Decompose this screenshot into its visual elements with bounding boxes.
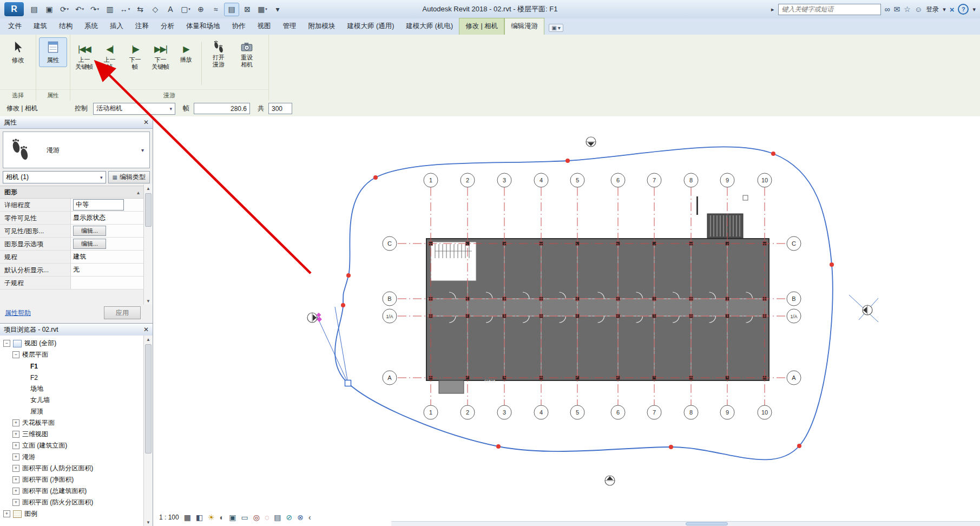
scale-button[interactable]: 1 : 100 [159,514,179,521]
exchange-apps-icon[interactable]: × [950,5,955,14]
show-crop-region-icon[interactable]: ▭ [241,513,248,522]
scroll-down-icon[interactable]: ▼ [146,518,150,526]
tab-view[interactable]: 视图 [252,18,277,35]
sun-path-icon[interactable]: ☀ [208,513,215,522]
reset-camera-button[interactable]: 重设 相机 [233,37,261,68]
sign-in-dropdown-icon[interactable]: ▾ [943,6,946,13]
panel-display-toggle-button[interactable]: ▣ ▾ [549,24,563,32]
close-icon[interactable]: ✕ [143,326,149,333]
scroll-thumb[interactable] [686,522,728,525]
text-icon[interactable]: A [163,3,177,16]
close-hidden-windows-icon[interactable]: ⊠ [240,3,254,16]
tree-item[interactable]: 场地 [0,383,144,394]
constraints-icon[interactable]: ⊗ [297,513,304,522]
property-row[interactable]: 可见性/图形...编辑... [0,225,144,238]
property-row[interactable]: 详细程度中等 [0,199,144,212]
properties-scrollbar[interactable]: ▲ ▼ [143,185,153,305]
keyframe-dot[interactable] [830,262,834,267]
aligned-dimension-icon[interactable]: ⇆ [133,3,147,16]
tree-expander-icon[interactable]: − [12,351,19,358]
keyframe-dot[interactable] [565,159,570,163]
tree-expander-icon[interactable]: − [3,340,10,347]
measure-icon[interactable]: ↔▾ [118,3,132,16]
previous-frame-button[interactable]: ◀|上一帧 [97,37,122,70]
next-frame-button[interactable]: |▶下一帧 [122,37,148,70]
tab-modeler-general[interactable]: 建模大师 (通用) [341,18,400,35]
tree-item[interactable]: +面积平面 (人防分区面积) [0,463,144,474]
tree-item[interactable]: −视图 (全部) [0,338,144,349]
tree-item[interactable]: +三维视图 [0,429,144,440]
property-row[interactable]: 零件可见性显示原状态 [0,212,144,225]
open-walkthrough-button[interactable]: 打开 漫游 [205,37,233,68]
print-icon[interactable]: ▥ [103,3,117,16]
browser-scrollbar[interactable]: ▲ ▼ [143,336,153,526]
tree-item[interactable]: +图例 [0,508,144,520]
tab-analyze[interactable]: 分析 [155,18,180,35]
analytical-model-icon[interactable]: ⊘ [286,513,292,522]
tree-item[interactable]: F2 [0,372,144,383]
scroll-thumb[interactable] [145,344,152,453]
horizontal-scrollbar[interactable] [391,521,980,526]
viewbar-chevron-icon[interactable]: ‹ [308,513,311,522]
apply-button[interactable]: 应用 [104,306,141,319]
search-collapse-icon[interactable]: ▸ [771,6,774,13]
type-selector[interactable]: 漫游 ▾ [3,132,150,168]
tab-systems[interactable]: 系统 [78,18,104,35]
tree-item[interactable]: 女儿墙 [0,394,144,406]
tree-expander-icon[interactable]: + [12,465,19,472]
walkthrough-view-icon[interactable]: ▤ [224,3,239,16]
tab-modeler-mep[interactable]: 建模大师 (机电) [400,18,459,35]
play-button[interactable]: ▶播放 [173,37,199,70]
sync-icon[interactable]: ⟳▾ [57,3,71,16]
tree-item[interactable]: −楼层平面 [0,349,144,360]
save-icon[interactable]: ▣ [42,3,56,16]
tree-item[interactable]: +面积平面 (总建筑面积) [0,485,144,497]
communication-center-icon[interactable]: ✉ [894,5,900,14]
selected-keyframe[interactable] [345,380,351,386]
tree-expander-icon[interactable]: + [12,476,19,483]
total-frames-input[interactable]: 300 [268,103,292,114]
keyframe-dot[interactable] [341,303,345,307]
elevation-marker[interactable] [849,295,878,322]
detail-level-icon[interactable]: ▦ [184,513,191,522]
tab-insert[interactable]: 插入 [104,18,129,35]
scroll-down-icon[interactable]: ▼ [146,297,150,305]
tab-architecture[interactable]: 建筑 [28,18,53,35]
redo-icon[interactable]: ↷▾ [88,3,102,16]
tree-item[interactable]: +天花板平面 [0,417,144,429]
tree-item[interactable]: +漫游 [0,451,144,463]
tree-expander-icon[interactable]: + [12,499,19,506]
reveal-hidden-elements-icon[interactable]: ◌ [265,513,269,522]
walkthrough-panel-label[interactable]: 漫游 [70,89,268,101]
value-select[interactable]: 中等 [73,199,124,211]
close-icon[interactable]: ✕ [143,119,149,126]
scroll-thumb[interactable] [145,193,152,227]
section-icon[interactable]: ⊕ [194,3,208,16]
select-panel-label[interactable]: 选择 [0,89,36,101]
help-dropdown-icon[interactable]: ▾ [972,6,976,13]
keyframe-dot[interactable] [669,445,673,449]
property-row[interactable]: 默认分析显示...无 [0,264,144,277]
help-icon[interactable]: ? [958,4,969,15]
qat-customize-icon[interactable]: ▾ [271,3,285,16]
tree-expander-icon[interactable]: + [12,488,19,495]
tree-item[interactable]: F1 [0,360,144,372]
tab-modify-camera[interactable]: 修改 | 相机 [459,18,504,35]
tab-edit-walkthrough[interactable]: 编辑漫游 [504,18,544,35]
floor-plan[interactable]: C15151122334455667788991010CCBB1/A1/AAA [153,116,980,526]
temporary-hide-isolate-icon[interactable]: ◎ [253,513,260,522]
property-row[interactable]: 子规程 [0,277,144,290]
frame-input[interactable]: 280.6 [194,103,250,114]
element-selector[interactable]: 相机 (1)▾ [3,171,106,183]
tree-item[interactable]: +面积平面 (防火分区面积) [0,497,144,508]
building[interactable]: C1515 [426,195,769,393]
elevation-marker[interactable] [605,476,615,485]
sign-in-label[interactable]: 登录 [926,5,939,14]
tab-file[interactable]: 文件 [2,18,28,35]
search-icon[interactable]: ∞ [885,5,890,14]
properties-help-link[interactable]: 属性帮助 [5,308,31,318]
tree-expander-icon[interactable]: + [12,431,19,438]
keyframe-dot[interactable] [771,152,775,156]
tag-by-category-icon[interactable]: ◇ [148,3,162,16]
elevation-marker[interactable] [586,137,596,147]
